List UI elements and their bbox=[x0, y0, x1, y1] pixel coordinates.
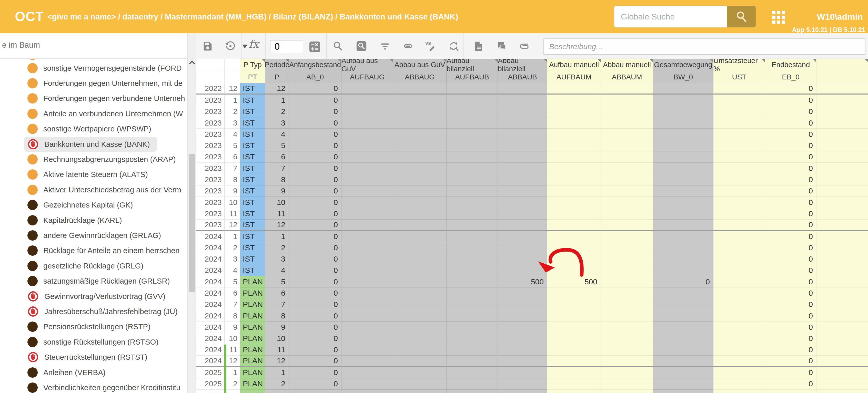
sidebar-item[interactable]: gesetzliche Rücklage (GRLG) bbox=[24, 259, 150, 273]
cell-ABBAUM[interactable] bbox=[601, 242, 653, 253]
formula-dropdown-caret[interactable] bbox=[242, 44, 247, 48]
cell-P[interactable]: 3 bbox=[265, 117, 289, 129]
column-header-AUFBAUB[interactable]: Aufbau bilanziell bbox=[446, 59, 498, 71]
formula-fx-icon[interactable]: fx bbox=[249, 38, 259, 51]
cell-empty[interactable] bbox=[816, 344, 868, 356]
cell-UST[interactable] bbox=[713, 310, 765, 322]
cell-empty[interactable] bbox=[816, 197, 868, 208]
cell-P[interactable]: 3 bbox=[265, 390, 289, 393]
cell-P[interactable]: 6 bbox=[265, 288, 289, 299]
cell-EB_0[interactable]: 0 bbox=[765, 152, 816, 163]
cell-empty[interactable] bbox=[816, 95, 868, 106]
cell-PT[interactable]: PLAN bbox=[240, 367, 265, 378]
breadcrumb[interactable]: <give me a name> / dataentry / Masterman… bbox=[48, 12, 458, 22]
cell-empty[interactable] bbox=[816, 129, 868, 140]
description-input[interactable] bbox=[544, 38, 865, 55]
cell-ABBAUM[interactable] bbox=[601, 152, 653, 163]
sidebar-item[interactable]: Gewinnvortrag/Verlustvortrag (GVV) bbox=[24, 289, 172, 304]
cell-P[interactable]: 4 bbox=[265, 265, 289, 276]
cell-AUFBAUM[interactable] bbox=[547, 253, 601, 265]
column-header-AUFBAUG[interactable]: Aufbau aus GuV bbox=[341, 59, 393, 71]
cell-ABBAUM[interactable] bbox=[601, 356, 653, 367]
sidebar-item[interactable]: satzungsmäßige Rücklagen (GRLSR) bbox=[24, 273, 177, 289]
cell-UST[interactable] bbox=[713, 333, 765, 344]
cell-UST[interactable] bbox=[713, 106, 765, 117]
sidebar-item[interactable]: sonstige Vermögensgegenstände (FORD bbox=[24, 61, 187, 75]
cell-UST[interactable] bbox=[713, 322, 765, 333]
cell-AUFBAUM[interactable] bbox=[547, 208, 601, 219]
cell-ABBAUM[interactable] bbox=[601, 265, 653, 276]
cell-ABBAUM[interactable] bbox=[601, 299, 653, 310]
column-code-EB_0[interactable]: EB_0 bbox=[765, 71, 816, 83]
cell-ABBAUM[interactable] bbox=[601, 106, 653, 117]
cell-PT[interactable]: IST bbox=[240, 253, 265, 265]
column-header-ABBAUG[interactable]: Abbau aus GuV bbox=[393, 59, 446, 71]
column-code-AUFBAUG[interactable]: AUFBAUG bbox=[341, 71, 393, 83]
cell-empty[interactable] bbox=[816, 106, 868, 117]
sidebar-item[interactable]: Aktiver Unterschiedsbetrag aus der Verm bbox=[24, 183, 187, 197]
restore-button[interactable] bbox=[224, 40, 237, 53]
scroll-up-icon[interactable] bbox=[189, 60, 195, 65]
cell-empty[interactable] bbox=[816, 390, 868, 393]
global-search-input[interactable] bbox=[614, 6, 727, 27]
cell-UST[interactable] bbox=[713, 95, 765, 106]
cell-UST[interactable] bbox=[713, 129, 765, 140]
cell-P[interactable]: 5 bbox=[265, 140, 289, 151]
cell-UST[interactable] bbox=[713, 174, 765, 185]
cell-empty[interactable] bbox=[816, 174, 868, 185]
cell-PT[interactable]: PLAN bbox=[240, 288, 265, 299]
cell-ABBAUM[interactable] bbox=[601, 140, 653, 151]
cell-ABBAUM[interactable] bbox=[601, 231, 653, 242]
sidebar-item[interactable]: Jahresüberschuß/Jahresfehlbetrag (JÜ) bbox=[24, 304, 184, 319]
cell-PT[interactable]: IST bbox=[240, 242, 265, 253]
cell-UST[interactable] bbox=[713, 379, 765, 390]
cell-EB_0[interactable]: 0 bbox=[765, 390, 816, 393]
sidebar-item[interactable]: Steuerrückstellungen (RSTST) bbox=[24, 350, 154, 365]
column-code-ABBAUM[interactable]: ABBAUM bbox=[601, 71, 653, 83]
cell-P[interactable]: 4 bbox=[265, 129, 289, 140]
cell-P[interactable]: 1 bbox=[265, 367, 289, 378]
cell-EB_0[interactable]: 0 bbox=[765, 197, 816, 208]
save-button[interactable] bbox=[201, 40, 214, 53]
sidebar-item[interactable]: sonstige Rückstellungen (RSTSO) bbox=[24, 335, 165, 350]
cell-ABBAUM[interactable] bbox=[601, 390, 653, 393]
sidebar-item[interactable]: Verbindlichkeiten gegenüber Kreditinstit… bbox=[24, 380, 187, 393]
cell-P[interactable]: 10 bbox=[265, 333, 289, 344]
cell-ABBAUM[interactable] bbox=[601, 197, 653, 208]
cell-P[interactable]: 11 bbox=[265, 208, 289, 219]
cell-P[interactable]: 9 bbox=[265, 322, 289, 333]
cell-P[interactable]: 2 bbox=[265, 379, 289, 390]
column-header-ABBAUB[interactable]: Abbau bilanziell bbox=[498, 59, 547, 71]
cell-EB_0[interactable]: 0 bbox=[765, 83, 816, 95]
cell-PT[interactable]: IST bbox=[240, 197, 265, 208]
cell-ABBAUM[interactable] bbox=[601, 310, 653, 322]
sidebar-item[interactable]: sonstige Wertpapiere (WPSWP) bbox=[24, 122, 158, 136]
sidebar-item[interactable]: Pensionsrückstellungen (RSTP) bbox=[24, 319, 157, 334]
cell-empty[interactable] bbox=[816, 253, 868, 265]
column-header-ABBAUM[interactable]: Abbau manuell bbox=[601, 59, 653, 71]
cell-PT[interactable]: PLAN bbox=[240, 299, 265, 310]
cell-UST[interactable] bbox=[713, 299, 765, 310]
cell-P[interactable]: 1 bbox=[265, 231, 289, 242]
cell-AUFBAUM[interactable] bbox=[547, 152, 601, 163]
sidebar-item[interactable]: Anleihen (VERBA) bbox=[24, 365, 112, 380]
cell-EB_0[interactable]: 0 bbox=[765, 95, 816, 106]
column-code-ABBAUG[interactable]: ABBAUG bbox=[393, 71, 446, 83]
sidebar-item[interactable]: Forderungen gegen Unternehmen, mit de bbox=[24, 76, 187, 91]
cell-PT[interactable]: IST bbox=[240, 220, 265, 231]
cell-ABBAUM[interactable] bbox=[601, 344, 653, 356]
cell-AUFBAUM[interactable] bbox=[547, 322, 601, 333]
column-code-empty[interactable] bbox=[816, 71, 868, 83]
vs-edit-button[interactable]: vs bbox=[424, 40, 437, 53]
cell-PT[interactable]: IST bbox=[240, 186, 265, 197]
cell-AUFBAUM[interactable] bbox=[547, 106, 601, 117]
sidebar-item[interactable]: Gezeichnetes Kapital (GK) bbox=[24, 198, 140, 212]
cell-PT[interactable]: IST bbox=[240, 117, 265, 129]
cell-PT[interactable]: IST bbox=[240, 174, 265, 185]
cell-empty[interactable] bbox=[816, 322, 868, 333]
column-code-P[interactable]: P bbox=[265, 71, 289, 83]
cell-AUFBAUM[interactable] bbox=[547, 197, 601, 208]
cell-EB_0[interactable]: 0 bbox=[765, 356, 816, 367]
cell-UST[interactable] bbox=[713, 367, 765, 378]
cell-EB_0[interactable]: 0 bbox=[765, 276, 816, 288]
